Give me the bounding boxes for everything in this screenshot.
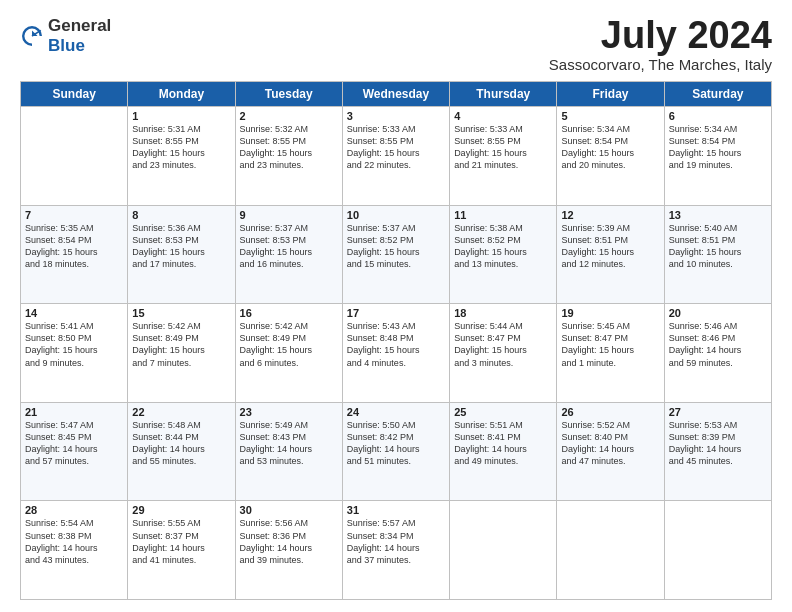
day-content: Sunrise: 5:38 AM Sunset: 8:52 PM Dayligh… [454,222,552,271]
day-header-friday: Friday [557,82,664,107]
day-content: Sunrise: 5:55 AM Sunset: 8:37 PM Dayligh… [132,517,230,566]
day-number: 31 [347,504,445,516]
calendar-cell: 25Sunrise: 5:51 AM Sunset: 8:41 PM Dayli… [450,402,557,501]
calendar-cell: 18Sunrise: 5:44 AM Sunset: 8:47 PM Dayli… [450,304,557,403]
calendar-week-2: 7Sunrise: 5:35 AM Sunset: 8:54 PM Daylig… [21,205,772,304]
calendar-week-5: 28Sunrise: 5:54 AM Sunset: 8:38 PM Dayli… [21,501,772,600]
calendar-cell: 13Sunrise: 5:40 AM Sunset: 8:51 PM Dayli… [664,205,771,304]
day-number: 24 [347,406,445,418]
day-number: 13 [669,209,767,221]
day-number: 29 [132,504,230,516]
calendar-cell: 3Sunrise: 5:33 AM Sunset: 8:55 PM Daylig… [342,107,449,206]
logo-icon [20,24,44,48]
calendar-cell: 22Sunrise: 5:48 AM Sunset: 8:44 PM Dayli… [128,402,235,501]
day-content: Sunrise: 5:47 AM Sunset: 8:45 PM Dayligh… [25,419,123,468]
day-content: Sunrise: 5:33 AM Sunset: 8:55 PM Dayligh… [454,123,552,172]
calendar-cell [664,501,771,600]
calendar-cell: 26Sunrise: 5:52 AM Sunset: 8:40 PM Dayli… [557,402,664,501]
calendar-cell: 21Sunrise: 5:47 AM Sunset: 8:45 PM Dayli… [21,402,128,501]
day-number: 5 [561,110,659,122]
day-number: 11 [454,209,552,221]
day-number: 18 [454,307,552,319]
calendar-week-1: 1Sunrise: 5:31 AM Sunset: 8:55 PM Daylig… [21,107,772,206]
day-content: Sunrise: 5:48 AM Sunset: 8:44 PM Dayligh… [132,419,230,468]
day-content: Sunrise: 5:39 AM Sunset: 8:51 PM Dayligh… [561,222,659,271]
day-header-monday: Monday [128,82,235,107]
day-content: Sunrise: 5:36 AM Sunset: 8:53 PM Dayligh… [132,222,230,271]
month-title: July 2024 [549,16,772,54]
day-number: 15 [132,307,230,319]
calendar-cell: 19Sunrise: 5:45 AM Sunset: 8:47 PM Dayli… [557,304,664,403]
calendar-cell: 16Sunrise: 5:42 AM Sunset: 8:49 PM Dayli… [235,304,342,403]
day-header-saturday: Saturday [664,82,771,107]
calendar-cell: 20Sunrise: 5:46 AM Sunset: 8:46 PM Dayli… [664,304,771,403]
day-number: 25 [454,406,552,418]
calendar-cell: 12Sunrise: 5:39 AM Sunset: 8:51 PM Dayli… [557,205,664,304]
calendar-week-4: 21Sunrise: 5:47 AM Sunset: 8:45 PM Dayli… [21,402,772,501]
calendar-cell: 31Sunrise: 5:57 AM Sunset: 8:34 PM Dayli… [342,501,449,600]
calendar-cell: 14Sunrise: 5:41 AM Sunset: 8:50 PM Dayli… [21,304,128,403]
day-content: Sunrise: 5:56 AM Sunset: 8:36 PM Dayligh… [240,517,338,566]
logo-blue: Blue [48,36,111,56]
day-content: Sunrise: 5:34 AM Sunset: 8:54 PM Dayligh… [669,123,767,172]
calendar-cell: 6Sunrise: 5:34 AM Sunset: 8:54 PM Daylig… [664,107,771,206]
day-content: Sunrise: 5:40 AM Sunset: 8:51 PM Dayligh… [669,222,767,271]
day-content: Sunrise: 5:42 AM Sunset: 8:49 PM Dayligh… [132,320,230,369]
day-number: 4 [454,110,552,122]
day-content: Sunrise: 5:32 AM Sunset: 8:55 PM Dayligh… [240,123,338,172]
calendar-cell: 9Sunrise: 5:37 AM Sunset: 8:53 PM Daylig… [235,205,342,304]
calendar-cell [557,501,664,600]
calendar-cell: 8Sunrise: 5:36 AM Sunset: 8:53 PM Daylig… [128,205,235,304]
logo-general: General [48,16,111,36]
day-number: 27 [669,406,767,418]
calendar-cell [450,501,557,600]
day-number: 19 [561,307,659,319]
day-number: 2 [240,110,338,122]
day-content: Sunrise: 5:52 AM Sunset: 8:40 PM Dayligh… [561,419,659,468]
day-number: 23 [240,406,338,418]
day-content: Sunrise: 5:37 AM Sunset: 8:52 PM Dayligh… [347,222,445,271]
day-content: Sunrise: 5:35 AM Sunset: 8:54 PM Dayligh… [25,222,123,271]
day-content: Sunrise: 5:34 AM Sunset: 8:54 PM Dayligh… [561,123,659,172]
calendar-week-3: 14Sunrise: 5:41 AM Sunset: 8:50 PM Dayli… [21,304,772,403]
day-content: Sunrise: 5:43 AM Sunset: 8:48 PM Dayligh… [347,320,445,369]
calendar-cell: 28Sunrise: 5:54 AM Sunset: 8:38 PM Dayli… [21,501,128,600]
day-number: 8 [132,209,230,221]
day-content: Sunrise: 5:42 AM Sunset: 8:49 PM Dayligh… [240,320,338,369]
title-block: July 2024 Sassocorvaro, The Marches, Ita… [549,16,772,73]
day-content: Sunrise: 5:44 AM Sunset: 8:47 PM Dayligh… [454,320,552,369]
calendar-cell: 29Sunrise: 5:55 AM Sunset: 8:37 PM Dayli… [128,501,235,600]
day-content: Sunrise: 5:54 AM Sunset: 8:38 PM Dayligh… [25,517,123,566]
calendar-cell: 4Sunrise: 5:33 AM Sunset: 8:55 PM Daylig… [450,107,557,206]
day-number: 16 [240,307,338,319]
day-number: 14 [25,307,123,319]
day-content: Sunrise: 5:50 AM Sunset: 8:42 PM Dayligh… [347,419,445,468]
day-number: 21 [25,406,123,418]
calendar-cell: 15Sunrise: 5:42 AM Sunset: 8:49 PM Dayli… [128,304,235,403]
logo: General Blue [20,16,111,55]
calendar-cell: 1Sunrise: 5:31 AM Sunset: 8:55 PM Daylig… [128,107,235,206]
day-number: 6 [669,110,767,122]
day-number: 26 [561,406,659,418]
day-number: 20 [669,307,767,319]
calendar-cell: 11Sunrise: 5:38 AM Sunset: 8:52 PM Dayli… [450,205,557,304]
calendar-cell: 7Sunrise: 5:35 AM Sunset: 8:54 PM Daylig… [21,205,128,304]
logo-text: General Blue [48,16,111,55]
page: General Blue July 2024 Sassocorvaro, The… [0,0,792,612]
day-content: Sunrise: 5:37 AM Sunset: 8:53 PM Dayligh… [240,222,338,271]
day-number: 3 [347,110,445,122]
day-header-wednesday: Wednesday [342,82,449,107]
day-number: 1 [132,110,230,122]
calendar-cell [21,107,128,206]
day-number: 28 [25,504,123,516]
day-content: Sunrise: 5:53 AM Sunset: 8:39 PM Dayligh… [669,419,767,468]
day-number: 30 [240,504,338,516]
day-header-sunday: Sunday [21,82,128,107]
day-number: 10 [347,209,445,221]
day-content: Sunrise: 5:51 AM Sunset: 8:41 PM Dayligh… [454,419,552,468]
calendar-cell: 10Sunrise: 5:37 AM Sunset: 8:52 PM Dayli… [342,205,449,304]
calendar-cell: 27Sunrise: 5:53 AM Sunset: 8:39 PM Dayli… [664,402,771,501]
day-content: Sunrise: 5:31 AM Sunset: 8:55 PM Dayligh… [132,123,230,172]
day-number: 7 [25,209,123,221]
header: General Blue July 2024 Sassocorvaro, The… [20,16,772,73]
